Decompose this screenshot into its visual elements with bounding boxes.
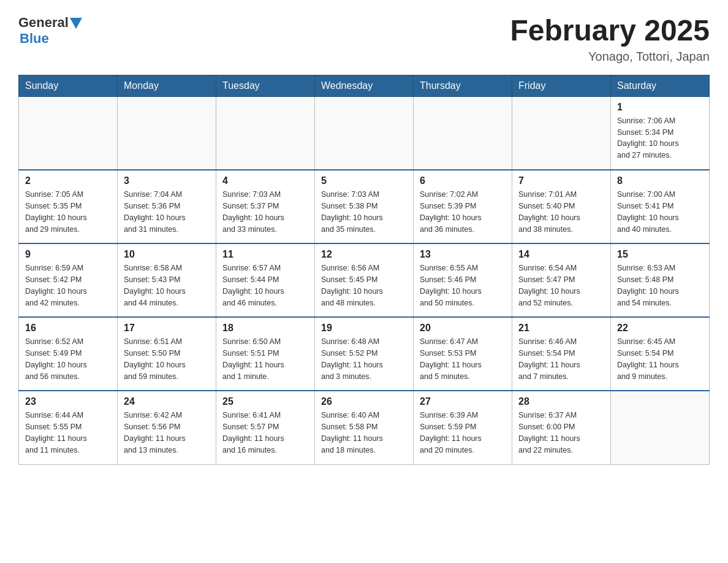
- table-row: 22Sunrise: 6:45 AMSunset: 5:54 PMDayligh…: [611, 317, 710, 391]
- col-header-sunday: Sunday: [19, 75, 118, 96]
- table-row: 2Sunrise: 7:05 AMSunset: 5:35 PMDaylight…: [19, 170, 118, 243]
- calendar-table: Sunday Monday Tuesday Wednesday Thursday…: [18, 75, 710, 465]
- logo: General Blue: [18, 15, 82, 47]
- day-info: Sunrise: 7:00 AMSunset: 5:41 PMDaylight:…: [617, 189, 703, 235]
- table-row: 1Sunrise: 7:06 AMSunset: 5:34 PMDaylight…: [611, 96, 710, 170]
- col-header-monday: Monday: [118, 75, 216, 96]
- table-row: 5Sunrise: 7:03 AMSunset: 5:38 PMDaylight…: [315, 170, 414, 243]
- day-number: 6: [420, 175, 506, 186]
- page-header: General Blue February 2025 Yonago, Totto…: [18, 15, 710, 64]
- table-row: 11Sunrise: 6:57 AMSunset: 5:44 PMDayligh…: [216, 243, 315, 317]
- table-row: 4Sunrise: 7:03 AMSunset: 5:37 PMDaylight…: [216, 170, 315, 243]
- day-number: 20: [420, 323, 506, 334]
- day-info: Sunrise: 6:53 AMSunset: 5:48 PMDaylight:…: [617, 262, 703, 308]
- col-header-wednesday: Wednesday: [315, 75, 414, 96]
- day-number: 4: [222, 175, 308, 186]
- table-row: 12Sunrise: 6:56 AMSunset: 5:45 PMDayligh…: [315, 243, 414, 317]
- day-info: Sunrise: 6:59 AMSunset: 5:42 PMDaylight:…: [25, 262, 111, 308]
- table-row: 7Sunrise: 7:01 AMSunset: 5:40 PMDaylight…: [512, 170, 611, 243]
- table-row: [19, 96, 118, 170]
- col-header-tuesday: Tuesday: [216, 75, 315, 96]
- day-number: 17: [124, 323, 210, 334]
- day-number: 15: [617, 249, 703, 260]
- table-row: 6Sunrise: 7:02 AMSunset: 5:39 PMDaylight…: [414, 170, 512, 243]
- calendar-week-row: 9Sunrise: 6:59 AMSunset: 5:42 PMDaylight…: [19, 243, 710, 317]
- day-info: Sunrise: 6:56 AMSunset: 5:45 PMDaylight:…: [321, 262, 407, 308]
- location-subtitle: Yonago, Tottori, Japan: [510, 50, 710, 64]
- day-info: Sunrise: 6:48 AMSunset: 5:52 PMDaylight:…: [321, 336, 407, 382]
- day-number: 5: [321, 175, 407, 186]
- day-number: 1: [617, 102, 703, 113]
- day-info: Sunrise: 6:46 AMSunset: 5:54 PMDaylight:…: [518, 336, 604, 382]
- day-info: Sunrise: 6:55 AMSunset: 5:46 PMDaylight:…: [420, 262, 506, 308]
- day-number: 10: [124, 249, 210, 260]
- table-row: 13Sunrise: 6:55 AMSunset: 5:46 PMDayligh…: [414, 243, 512, 317]
- day-number: 22: [617, 323, 703, 334]
- table-row: [216, 96, 315, 170]
- table-row: 10Sunrise: 6:58 AMSunset: 5:43 PMDayligh…: [118, 243, 216, 317]
- day-number: 25: [222, 396, 308, 407]
- day-info: Sunrise: 6:39 AMSunset: 5:59 PMDaylight:…: [420, 410, 506, 456]
- day-info: Sunrise: 6:54 AMSunset: 5:47 PMDaylight:…: [518, 262, 604, 308]
- day-info: Sunrise: 6:51 AMSunset: 5:50 PMDaylight:…: [124, 336, 210, 382]
- day-number: 23: [25, 396, 111, 407]
- table-row: 18Sunrise: 6:50 AMSunset: 5:51 PMDayligh…: [216, 317, 315, 391]
- table-row: 27Sunrise: 6:39 AMSunset: 5:59 PMDayligh…: [414, 391, 512, 464]
- day-number: 26: [321, 396, 407, 407]
- day-number: 27: [420, 396, 506, 407]
- day-number: 3: [124, 175, 210, 186]
- col-header-thursday: Thursday: [414, 75, 512, 96]
- table-row: 21Sunrise: 6:46 AMSunset: 5:54 PMDayligh…: [512, 317, 611, 391]
- table-row: 28Sunrise: 6:37 AMSunset: 6:00 PMDayligh…: [512, 391, 611, 464]
- table-row: 26Sunrise: 6:40 AMSunset: 5:58 PMDayligh…: [315, 391, 414, 464]
- day-number: 2: [25, 175, 111, 186]
- table-row: [414, 96, 512, 170]
- day-info: Sunrise: 6:42 AMSunset: 5:56 PMDaylight:…: [124, 410, 210, 456]
- table-row: 20Sunrise: 6:47 AMSunset: 5:53 PMDayligh…: [414, 317, 512, 391]
- day-info: Sunrise: 6:52 AMSunset: 5:49 PMDaylight:…: [25, 336, 111, 382]
- day-number: 21: [518, 323, 604, 334]
- svg-marker-0: [70, 18, 82, 29]
- table-row: 8Sunrise: 7:00 AMSunset: 5:41 PMDaylight…: [611, 170, 710, 243]
- day-info: Sunrise: 7:02 AMSunset: 5:39 PMDaylight:…: [420, 189, 506, 235]
- calendar-week-row: 1Sunrise: 7:06 AMSunset: 5:34 PMDaylight…: [19, 96, 710, 170]
- calendar-header-row: Sunday Monday Tuesday Wednesday Thursday…: [19, 75, 710, 96]
- table-row: [512, 96, 611, 170]
- day-info: Sunrise: 6:41 AMSunset: 5:57 PMDaylight:…: [222, 410, 308, 456]
- calendar-week-row: 2Sunrise: 7:05 AMSunset: 5:35 PMDaylight…: [19, 170, 710, 243]
- table-row: 23Sunrise: 6:44 AMSunset: 5:55 PMDayligh…: [19, 391, 118, 464]
- table-row: 24Sunrise: 6:42 AMSunset: 5:56 PMDayligh…: [118, 391, 216, 464]
- day-info: Sunrise: 7:03 AMSunset: 5:37 PMDaylight:…: [222, 189, 308, 235]
- table-row: 17Sunrise: 6:51 AMSunset: 5:50 PMDayligh…: [118, 317, 216, 391]
- day-number: 11: [222, 249, 308, 260]
- day-info: Sunrise: 7:03 AMSunset: 5:38 PMDaylight:…: [321, 189, 407, 235]
- calendar-week-row: 16Sunrise: 6:52 AMSunset: 5:49 PMDayligh…: [19, 317, 710, 391]
- day-info: Sunrise: 7:04 AMSunset: 5:36 PMDaylight:…: [124, 189, 210, 235]
- title-block: February 2025 Yonago, Tottori, Japan: [510, 15, 710, 64]
- table-row: 9Sunrise: 6:59 AMSunset: 5:42 PMDaylight…: [19, 243, 118, 317]
- day-info: Sunrise: 6:58 AMSunset: 5:43 PMDaylight:…: [124, 262, 210, 308]
- day-info: Sunrise: 6:47 AMSunset: 5:53 PMDaylight:…: [420, 336, 506, 382]
- day-number: 19: [321, 323, 407, 334]
- logo-triangle-icon: [70, 18, 82, 29]
- table-row: 25Sunrise: 6:41 AMSunset: 5:57 PMDayligh…: [216, 391, 315, 464]
- table-row: [611, 391, 710, 464]
- day-info: Sunrise: 6:44 AMSunset: 5:55 PMDaylight:…: [25, 410, 111, 456]
- day-number: 14: [518, 249, 604, 260]
- col-header-friday: Friday: [512, 75, 611, 96]
- table-row: 3Sunrise: 7:04 AMSunset: 5:36 PMDaylight…: [118, 170, 216, 243]
- calendar-week-row: 23Sunrise: 6:44 AMSunset: 5:55 PMDayligh…: [19, 391, 710, 464]
- logo-general-text: General: [18, 15, 69, 31]
- day-info: Sunrise: 6:45 AMSunset: 5:54 PMDaylight:…: [617, 336, 703, 382]
- day-number: 24: [124, 396, 210, 407]
- day-info: Sunrise: 7:06 AMSunset: 5:34 PMDaylight:…: [617, 115, 703, 161]
- table-row: [118, 96, 216, 170]
- day-info: Sunrise: 6:37 AMSunset: 6:00 PMDaylight:…: [518, 410, 604, 456]
- table-row: 16Sunrise: 6:52 AMSunset: 5:49 PMDayligh…: [19, 317, 118, 391]
- col-header-saturday: Saturday: [611, 75, 710, 96]
- day-number: 28: [518, 396, 604, 407]
- day-info: Sunrise: 7:01 AMSunset: 5:40 PMDaylight:…: [518, 189, 604, 235]
- logo-blue-text: Blue: [20, 31, 49, 46]
- month-year-title: February 2025: [510, 15, 710, 47]
- day-number: 8: [617, 175, 703, 186]
